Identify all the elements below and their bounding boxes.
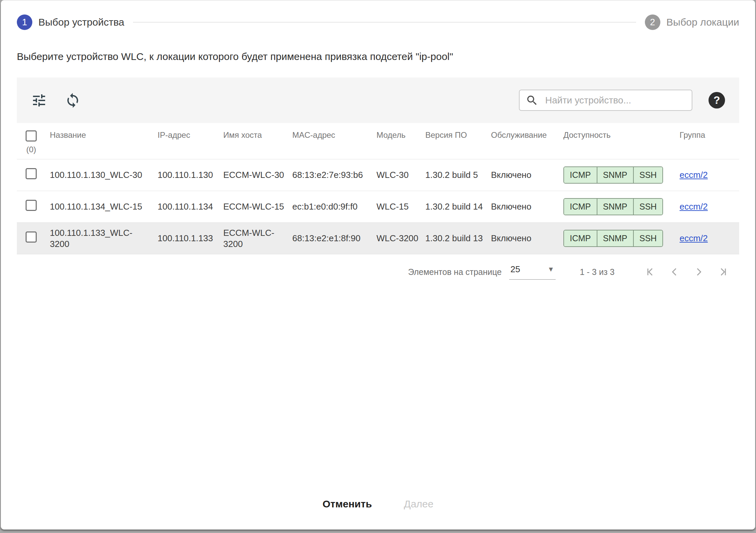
snmp-badge: SNMP (597, 167, 633, 183)
cell-mac-address: ec:b1:e0:d0:9f:f0 (292, 201, 376, 212)
cancel-button[interactable]: Отменить (323, 498, 372, 510)
dialog-footer: Отменить Далее (17, 498, 739, 516)
row-checkbox[interactable] (26, 168, 37, 179)
ssh-badge: SSH (633, 199, 662, 215)
search-icon (526, 94, 538, 107)
availability-badge-group: ICMP SNMP SSH (563, 198, 663, 215)
cell-model: WLC-30 (376, 169, 425, 181)
column-header-firmware[interactable]: Версия ПО (425, 130, 491, 140)
search-input[interactable] (545, 95, 686, 106)
cell-firmware: 1.30.2 build 14 (425, 201, 491, 212)
row-checkbox[interactable] (26, 231, 37, 243)
ssh-badge: SSH (633, 167, 662, 183)
row-checkbox[interactable] (26, 200, 37, 211)
wizard-description: Выберите устройство WLC, к локации котор… (17, 51, 739, 62)
items-per-page-label: Элементов на странице (408, 267, 502, 277)
dropdown-arrow-icon: ▼ (548, 265, 554, 273)
filter-tune-icon[interactable] (31, 92, 47, 108)
group-link[interactable]: eccm/2 (680, 170, 708, 180)
cell-ip-address: 100.110.1.130 (158, 169, 223, 181)
previous-page-button[interactable] (662, 264, 687, 280)
table-body: 100.110.1.130_WLC-30 100.110.1.130 ECCM-… (17, 159, 739, 254)
cell-device-name: 100.110.1.130_WLC-30 (50, 169, 158, 181)
cell-model: WLC-3200 (376, 233, 425, 244)
table-header: (0) Название IP-адрес Имя хоста MAC-адре… (17, 123, 739, 159)
stepper-step-2[interactable]: 2 Выбор локации (645, 14, 739, 30)
table-toolbar: ? (17, 77, 739, 123)
content-spacer (17, 280, 739, 498)
page-range: 1 - 3 из 3 (580, 267, 615, 277)
column-header-availability[interactable]: Доступность (563, 130, 680, 140)
column-header-name[interactable]: Название (50, 130, 158, 140)
column-header-model[interactable]: Модель (376, 130, 425, 140)
step-1-label: Выбор устройства (38, 17, 124, 28)
cell-mac-address: 68:13:e2:7e:93:b6 (292, 169, 376, 181)
cell-hostname: ECCM-WLC-30 (223, 169, 292, 181)
stepper-step-1[interactable]: 1 Выбор устройства (17, 14, 124, 30)
pagination: Элементов на странице 25 ▼ 1 - 3 из 3 (17, 264, 739, 280)
step-2-label: Выбор локации (666, 17, 739, 28)
cell-hostname: ECCM-WLC-15 (223, 201, 292, 212)
next-button[interactable]: Далее (404, 498, 433, 510)
icmp-badge: ICMP (564, 199, 597, 215)
column-header-group[interactable]: Группа (680, 130, 739, 140)
ssh-badge: SSH (633, 230, 662, 246)
step-2-circle: 2 (645, 14, 660, 30)
next-page-button[interactable] (687, 264, 711, 280)
availability-badge-group: ICMP SNMP SSH (563, 166, 663, 184)
last-page-button[interactable] (711, 264, 735, 280)
cell-model: WLC-15 (376, 201, 425, 212)
step-1-circle: 1 (17, 14, 32, 30)
cell-device-name: 100.110.1.133_WLC-3200 (50, 227, 158, 249)
table-row[interactable]: 100.110.1.134_WLC-15 100.110.1.134 ECCM-… (17, 191, 739, 223)
stepper: 1 Выбор устройства 2 Выбор локации (17, 14, 739, 30)
snmp-badge: SNMP (597, 230, 633, 246)
selected-count: (0) (26, 145, 36, 154)
column-header-hostname[interactable]: Имя хоста (223, 130, 292, 140)
cell-maintenance: Включено (491, 169, 563, 181)
cell-hostname: ECCM-WLC-3200 (223, 227, 292, 249)
cell-ip-address: 100.110.1.134 (158, 201, 223, 212)
first-page-button[interactable] (638, 264, 662, 280)
device-search[interactable] (519, 90, 692, 111)
table-row[interactable]: 100.110.1.133_WLC-3200 100.110.1.133 ECC… (17, 223, 739, 254)
cell-device-name: 100.110.1.134_WLC-15 (50, 201, 158, 212)
cell-ip-address: 100.110.1.133 (158, 233, 223, 244)
refresh-sync-icon[interactable] (65, 92, 81, 108)
cell-firmware: 1.30.2 build 5 (425, 169, 491, 181)
cell-maintenance: Включено (491, 233, 563, 244)
cell-maintenance: Включено (491, 201, 563, 212)
group-link[interactable]: eccm/2 (680, 233, 708, 243)
availability-badge-group: ICMP SNMP SSH (563, 230, 663, 247)
help-icon[interactable]: ? (709, 92, 725, 108)
snmp-badge: SNMP (597, 199, 633, 215)
items-per-page-value: 25 (511, 264, 520, 275)
select-all-checkbox[interactable] (26, 130, 37, 142)
cell-firmware: 1.30.2 build 13 (425, 233, 491, 244)
column-header-maintenance[interactable]: Обслуживание (491, 130, 563, 140)
column-header-mac[interactable]: MAC-адрес (292, 130, 376, 140)
cell-mac-address: 68:13:e2:e1:8f:90 (292, 233, 376, 244)
group-link[interactable]: eccm/2 (680, 201, 708, 212)
column-header-ip[interactable]: IP-адрес (158, 130, 223, 140)
stepper-divider (133, 22, 636, 23)
icmp-badge: ICMP (564, 230, 597, 246)
wizard-dialog: 1 Выбор устройства 2 Выбор локации Выбер… (1, 0, 755, 530)
table-row[interactable]: 100.110.1.130_WLC-30 100.110.1.130 ECCM-… (17, 159, 739, 191)
items-per-page-select[interactable]: 25 ▼ (509, 264, 556, 280)
icmp-badge: ICMP (564, 167, 597, 183)
